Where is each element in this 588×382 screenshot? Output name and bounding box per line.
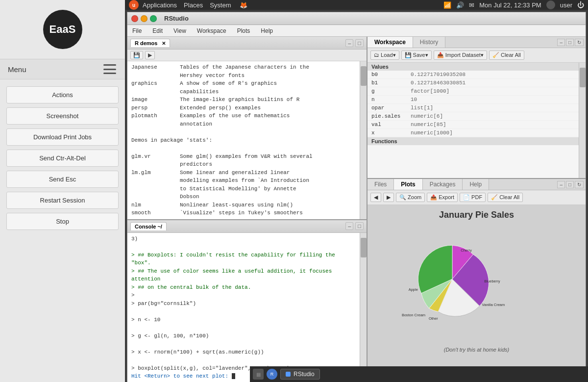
editor-maximize[interactable]: □ <box>355 39 364 47</box>
console-maximize[interactable]: □ <box>355 222 364 230</box>
rstudio-body: R demos ✕ – □ 💾 ▶ Japan <box>127 37 586 382</box>
workspace-scrollbar[interactable] <box>579 63 586 178</box>
editor-line: smooth `Visualize' steps in Tukey's smoo… <box>131 209 356 217</box>
console-line <box>131 324 356 332</box>
editor-line: lm.glm Some linear and generalized linea… <box>131 169 356 177</box>
history-tab[interactable]: History <box>413 37 445 48</box>
workspace-tab[interactable]: Workspace <box>368 37 413 48</box>
console-tab[interactable]: Console ~/ <box>130 222 167 230</box>
rstudio-taskbar-btn[interactable]: RStudio <box>280 369 320 380</box>
console-line <box>131 307 356 316</box>
restart-session-button[interactable]: Restart Session <box>6 192 119 209</box>
clear-all-button[interactable]: 🧹 Clear All <box>489 51 524 60</box>
editor-line: to Statistical Modelling' by Annette <box>131 185 356 193</box>
plots-menu[interactable]: Plots <box>235 26 252 35</box>
console-line: > g <- gl(n, 100, n*100) <box>131 332 356 340</box>
actions-button[interactable]: Actions <box>6 86 119 103</box>
files-minimize[interactable]: – <box>557 181 565 188</box>
close-button[interactable] <box>131 15 138 22</box>
plots-tab[interactable]: Plots <box>394 179 422 190</box>
packages-tab[interactable]: Packages <box>423 179 463 190</box>
hamburger-menu[interactable] <box>102 63 117 75</box>
values-section: Values <box>368 63 579 71</box>
file-menu[interactable]: File <box>130 26 144 35</box>
editor-line: image The image-like graphics builtins o… <box>131 96 356 104</box>
user-label[interactable]: user <box>560 1 572 9</box>
screenshot-button[interactable]: Screenshot <box>6 107 119 125</box>
maximize-button[interactable] <box>150 15 157 22</box>
send-esc-button[interactable]: Send Esc <box>6 171 119 188</box>
editor-line: Hershey vector fonts <box>131 72 356 80</box>
system-menu[interactable]: System <box>210 1 231 9</box>
editor-line: annotation <box>131 120 356 128</box>
cherry-label: Cherry <box>461 248 472 253</box>
help-menu[interactable]: Help <box>259 26 275 35</box>
pdf-button[interactable]: 📄 PDF <box>460 193 486 202</box>
console-controls: – □ <box>345 222 364 230</box>
user-icon <box>546 0 555 9</box>
taskbar-icon-1: ▦ <box>253 369 264 380</box>
ws-row-n: n 10 <box>368 96 579 104</box>
console-line: > x <- rnorm(n*100) + sqrt(as.numeric(g)… <box>131 348 356 357</box>
editor-save-btn[interactable]: 💾 <box>130 51 143 59</box>
workspace-maximize[interactable]: □ <box>566 39 574 46</box>
help-tab[interactable]: Help <box>463 179 489 190</box>
download-print-jobs-button[interactable]: Download Print Jobs <box>6 128 119 146</box>
editor-run-btn[interactable]: ▶ <box>145 51 155 59</box>
workspace-refresh[interactable]: ↻ <box>575 39 584 46</box>
send-ctrl-alt-del-button[interactable]: Send Ctr-Alt-Del <box>6 150 119 167</box>
files-panel: Files Plots Packages Help – □ ↻ ◀ ▶ 🔍 <box>368 179 586 382</box>
functions-section: Functions <box>368 137 579 145</box>
editor-line: predictors <box>131 160 356 169</box>
files-toolbar: ◀ ▶ 🔍 Zoom 📤 Export 📄 PDF 🧹 Clear All <box>368 190 586 205</box>
editor-body-row: Japanese Tables of the Japanese characte… <box>127 61 367 219</box>
files-maximize[interactable]: □ <box>566 181 574 188</box>
files-tabs: Files Plots Packages Help – □ ↻ <box>368 179 586 190</box>
topbar-nav: Applications Places System 🦊 <box>143 1 247 9</box>
taskbar-dot <box>286 372 291 377</box>
ubuntu-logo: u <box>129 0 139 10</box>
applications-menu[interactable]: Applications <box>143 1 177 9</box>
console-content[interactable]: 3) > ## Boxplots: I couldn't resist the … <box>127 233 360 382</box>
view-menu[interactable]: View <box>172 26 188 35</box>
console-header: Console ~/ – □ <box>127 220 367 233</box>
zoom-button[interactable]: 🔍 Zoom <box>396 193 425 202</box>
workspace-body: Values b0 0.122717019035208 b1 0.1227184… <box>368 63 586 178</box>
edit-menu[interactable]: Edit <box>150 26 165 35</box>
editor-tab-close[interactable]: ✕ <box>162 41 166 46</box>
save-button[interactable]: 💾 Save▾ <box>401 51 432 60</box>
import-dataset-button[interactable]: 📥 Import Dataset▾ <box>434 51 487 60</box>
places-menu[interactable]: Places <box>184 1 203 9</box>
editor-scrollbar[interactable] <box>360 61 367 219</box>
plots-clear-all-button[interactable]: 🧹 Clear All <box>488 193 523 202</box>
console-body-row: 3) > ## Boxplots: I couldn't resist the … <box>127 233 367 382</box>
system-topbar: u Applications Places System 🦊 📶 🔊 ✉ Mon… <box>125 0 588 10</box>
ws-row-opar: opar list[1] <box>368 104 579 112</box>
plot-forward-btn[interactable]: ▶ <box>383 193 394 202</box>
editor-line: glm.vr Some glm() examples from V&R with… <box>131 153 356 161</box>
console-prompt: Hit <Return> to see next plot: <box>131 373 232 379</box>
files-refresh[interactable]: ↻ <box>575 181 584 188</box>
firefox-icon[interactable]: 🦊 <box>240 1 247 9</box>
editor-tab-label: R demos <box>135 40 157 46</box>
editor-toolbar: 💾 ▶ <box>127 50 367 61</box>
rstudio-window: RStudio File Edit View Workspace Plots H… <box>127 12 586 382</box>
editor-content[interactable]: Japanese Tables of the Japanese characte… <box>127 61 360 219</box>
editor-minimize[interactable]: – <box>345 39 353 47</box>
files-corner-btns: – □ ↻ <box>557 179 586 190</box>
plot-back-btn[interactable]: ◀ <box>370 193 381 202</box>
console-minimize[interactable]: – <box>345 222 353 230</box>
ws-row-x: x numeric[1000] <box>368 129 579 137</box>
stop-button[interactable]: Stop <box>6 213 119 230</box>
editor-tab[interactable]: R demos ✕ <box>130 39 170 47</box>
plot-disclaimer: (Don't try this at home kids) <box>444 347 510 353</box>
files-tab[interactable]: Files <box>368 179 394 190</box>
load-button[interactable]: 🗂 Load▾ <box>370 51 399 60</box>
minimize-button[interactable] <box>141 15 147 22</box>
workspace-minimize[interactable]: – <box>557 39 565 46</box>
console-scrollbar[interactable] <box>360 233 367 382</box>
export-button[interactable]: 📤 Export <box>427 193 458 202</box>
power-icon[interactable]: ⏻ <box>577 1 584 9</box>
rstudio-title: RStudio <box>164 15 189 22</box>
workspace-menu[interactable]: Workspace <box>195 26 228 35</box>
